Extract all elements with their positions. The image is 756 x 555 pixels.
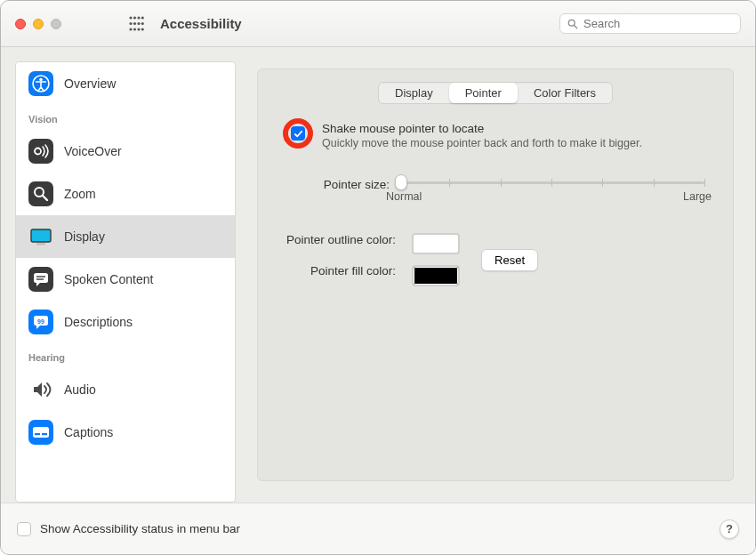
- nav-arrows: [86, 17, 108, 30]
- svg-point-10: [137, 28, 140, 30]
- show-status-label: Show Accessibility status in menu bar: [40, 522, 240, 535]
- svg-line-13: [574, 25, 576, 28]
- svg-rect-35: [42, 433, 47, 435]
- svg-rect-34: [35, 433, 40, 435]
- shake-to-locate-description: Quickly move the mouse pointer back and …: [322, 137, 642, 149]
- show-status-checkbox[interactable]: [17, 522, 31, 536]
- audio-icon: [28, 377, 53, 402]
- sidebar-item-label: Descriptions: [64, 315, 133, 329]
- svg-point-16: [39, 78, 43, 82]
- pointer-fill-color-label: Pointer fill color:: [310, 264, 396, 278]
- svg-point-6: [137, 22, 140, 25]
- svg-text:99: 99: [37, 318, 44, 325]
- pointer-outline-color-label: Pointer outline color:: [286, 233, 396, 246]
- sidebar-section-vision-title: Vision: [16, 105, 235, 130]
- reset-button[interactable]: Reset: [481, 249, 538, 271]
- svg-rect-26: [34, 273, 48, 283]
- svg-point-3: [141, 16, 144, 19]
- svg-rect-24: [36, 243, 45, 245]
- svg-point-7: [141, 22, 144, 25]
- grid-icon: [129, 16, 144, 31]
- sidebar-item-zoom[interactable]: Zoom: [16, 173, 235, 215]
- svg-rect-33: [33, 427, 49, 438]
- slider-thumb[interactable]: [395, 174, 407, 190]
- sidebar: Overview Vision VoiceOver Zoom Display: [15, 61, 236, 503]
- sidebar-item-spoken-content[interactable]: Spoken Content: [16, 258, 235, 301]
- check-icon: [294, 129, 303, 139]
- pointer-outline-color-well[interactable]: [412, 233, 460, 254]
- pointer-fill-color-well[interactable]: [412, 265, 460, 286]
- sidebar-item-audio[interactable]: Audio: [16, 368, 235, 411]
- sidebar-item-descriptions[interactable]: 99 Descriptions: [16, 301, 235, 343]
- tab-pointer[interactable]: Pointer: [449, 83, 518, 103]
- sidebar-item-voiceover[interactable]: VoiceOver: [16, 130, 235, 173]
- minimize-window-button[interactable]: [33, 19, 44, 29]
- sidebar-item-label: Captions: [64, 425, 113, 439]
- show-all-preferences-button[interactable]: [129, 16, 144, 31]
- sidebar-item-display[interactable]: Display: [16, 215, 235, 258]
- zoom-icon: [28, 181, 53, 206]
- main-panel: Display Pointer Color Filters Shake mous…: [236, 47, 755, 503]
- zoom-window-button[interactable]: [51, 19, 61, 29]
- svg-point-0: [129, 16, 132, 19]
- close-window-button[interactable]: [15, 19, 26, 29]
- tab-display[interactable]: Display: [379, 83, 449, 103]
- spoken-content-icon: [28, 267, 53, 292]
- footer: Show Accessibility status in menu bar ?: [1, 503, 755, 554]
- descriptions-icon: 99: [28, 310, 53, 334]
- sidebar-item-label: Display: [64, 229, 105, 244]
- sidebar-item-label: VoiceOver: [64, 144, 122, 158]
- pointer-color-rows: Pointer outline color: Pointer fill colo…: [286, 233, 704, 286]
- captions-icon: [28, 420, 53, 445]
- accessibility-icon: [28, 71, 53, 96]
- display-tabs: Display Pointer Color Filters: [378, 82, 613, 104]
- svg-point-11: [141, 28, 144, 30]
- sidebar-item-label: Zoom: [64, 187, 96, 201]
- sidebar-item-overview[interactable]: Overview: [16, 62, 235, 105]
- toolbar: Accessibility: [1, 1, 755, 47]
- svg-point-1: [133, 16, 136, 19]
- svg-point-5: [133, 22, 136, 25]
- svg-point-4: [129, 22, 132, 25]
- sidebar-item-label: Overview: [64, 76, 116, 91]
- display-icon: [28, 224, 53, 249]
- shake-to-locate-checkbox[interactable]: [291, 126, 305, 141]
- pointer-size-slider[interactable]: Normal Large: [398, 171, 704, 197]
- search-input[interactable]: [583, 17, 733, 30]
- sidebar-item-label: Audio: [64, 382, 96, 397]
- shake-to-locate-row: Shake mouse pointer to locate Quickly mo…: [286, 122, 704, 149]
- window-title: Accessibility: [160, 16, 242, 31]
- help-button[interactable]: ?: [720, 519, 739, 539]
- sidebar-section-hearing-title: Hearing: [16, 343, 235, 368]
- pointer-size-min-label: Normal: [386, 190, 422, 203]
- svg-rect-22: [31, 229, 51, 242]
- pointer-size-label: Pointer size:: [308, 178, 390, 191]
- svg-point-9: [133, 28, 136, 30]
- sidebar-item-label: Spoken Content: [64, 272, 153, 286]
- tab-color-filters[interactable]: Color Filters: [518, 83, 612, 103]
- pointer-size-max-label: Large: [683, 190, 712, 203]
- highlight-ring: [283, 118, 313, 149]
- search-icon: [567, 19, 578, 29]
- svg-point-8: [129, 28, 132, 30]
- svg-point-2: [137, 16, 140, 19]
- shake-to-locate-title: Shake mouse pointer to locate: [322, 122, 642, 135]
- svg-rect-19: [28, 181, 53, 206]
- traffic-lights: [15, 19, 61, 29]
- sidebar-item-captions[interactable]: Captions: [16, 411, 235, 454]
- search-field[interactable]: [559, 13, 741, 34]
- pointer-size-row: Pointer size: Normal Large: [308, 171, 704, 197]
- voiceover-icon: [28, 139, 53, 164]
